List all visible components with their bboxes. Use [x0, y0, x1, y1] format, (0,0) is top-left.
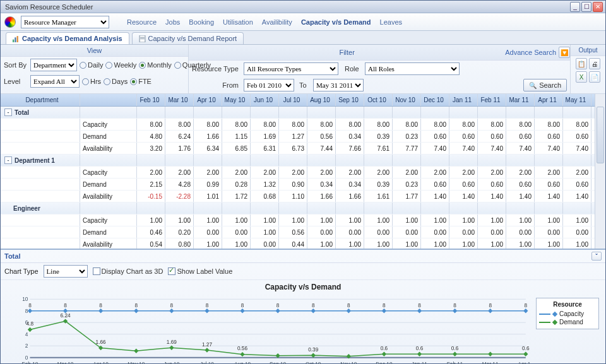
data-cell: 1.00: [336, 214, 364, 226]
data-cell: 1.00: [194, 214, 222, 226]
close-button[interactable]: ✕: [593, 2, 603, 12]
data-cell: 1.00: [563, 238, 591, 249]
data-cell: 1.77: [393, 191, 421, 202]
grid-body[interactable]: -TotalCapacity8.008.008.008.008.008.008.…: [1, 107, 605, 249]
export-clipboard-icon[interactable]: 📋: [576, 58, 587, 69]
scroll-thumb[interactable]: [597, 107, 604, 163]
data-cell: 1.00: [307, 214, 336, 226]
maximize-button[interactable]: ☐: [581, 2, 591, 12]
show-label-check[interactable]: Show Label Value: [168, 267, 232, 275]
data-cell: 7.40: [563, 143, 591, 154]
basis-hrs[interactable]: Hrs: [82, 78, 101, 85]
menu-booking[interactable]: Booking: [189, 18, 214, 26]
menubar: Resource Manager ResourceJobsBookingUtil…: [1, 13, 605, 31]
svg-text:0.56: 0.56: [237, 345, 247, 351]
advance-search-link[interactable]: Advance Search: [505, 49, 556, 56]
month-header[interactable]: Oct 10: [364, 94, 393, 106]
month-header[interactable]: May 11: [563, 94, 591, 106]
period-monthly[interactable]: Monthly: [139, 61, 172, 69]
data-cell: 1.00: [449, 214, 478, 226]
menu-resource[interactable]: Resource: [127, 18, 157, 26]
data-cell: 8.00: [137, 119, 165, 130]
data-cell: 8.00: [336, 119, 364, 130]
month-header[interactable]: Apr 10: [194, 94, 222, 106]
month-header[interactable]: Jun 10: [251, 94, 279, 106]
menu-capacity-v-s-demand[interactable]: Capacity v/s Demand: [301, 18, 371, 26]
metric-cell: Capacity: [80, 119, 137, 130]
data-cell: 8.00: [478, 119, 506, 130]
month-header[interactable]: Mar 11: [506, 94, 535, 106]
data-cell: 0.60: [478, 131, 506, 142]
data-cell: 2.00: [506, 167, 535, 178]
legend-capacity: Capacity: [539, 310, 596, 318]
collapse-icon[interactable]: -: [4, 109, 12, 116]
data-cell: 1.66: [336, 191, 364, 202]
month-header[interactable]: Jul 10: [279, 94, 307, 106]
tab-analysis[interactable]: Capacity v/s Demand Analysis: [6, 32, 129, 44]
export-doc-icon[interactable]: 📄: [589, 71, 600, 83]
data-cell: 8.00: [421, 119, 449, 130]
table-row: Demand4.806.241.661.151.691.270.560.340.…: [1, 131, 605, 143]
table-row: Capacity2.002.002.002.002.002.002.002.00…: [1, 167, 605, 179]
display-3d-check[interactable]: Display Chart as 3D: [93, 267, 163, 275]
data-cell: 1.00: [336, 238, 364, 249]
data-cell: 0.00: [307, 226, 336, 238]
print-icon[interactable]: 🖨: [589, 58, 600, 69]
to-date[interactable]: May 31 2011: [313, 79, 364, 91]
chart-type-select[interactable]: Line: [44, 265, 88, 278]
table-row: Availability-0.15-2.281.011.720.681.101.…: [1, 191, 605, 203]
menu-jobs[interactable]: Jobs: [165, 18, 180, 26]
period-daily[interactable]: Daily: [80, 61, 103, 69]
app-logo-icon: [4, 16, 16, 28]
chart-head-label: Total: [4, 252, 20, 260]
data-cell: 1.00: [506, 238, 535, 249]
svg-rect-32: [488, 308, 492, 313]
level-select[interactable]: Expand All: [30, 75, 80, 88]
month-header[interactable]: Feb 11: [478, 94, 506, 106]
basis-days[interactable]: Days: [104, 78, 128, 85]
basis-fte[interactable]: FTE: [130, 78, 152, 85]
month-header[interactable]: Apr 11: [535, 94, 563, 106]
data-cell: 1.69: [251, 131, 279, 142]
search-button[interactable]: Search: [523, 79, 567, 91]
collapse-chart-icon[interactable]: ˇ: [591, 252, 602, 261]
from-date[interactable]: Feb 01 2010: [244, 79, 294, 91]
svg-text:Sep 10: Sep 10: [270, 361, 287, 364]
month-header[interactable]: Aug 10: [307, 94, 336, 106]
advance-search-icon[interactable]: 🔽: [559, 47, 570, 58]
chart-icon: [13, 35, 20, 42]
data-cell: 1.00: [449, 238, 478, 249]
svg-text:2: 2: [25, 343, 28, 349]
month-header[interactable]: Dec 10: [421, 94, 449, 106]
menu-leaves[interactable]: Leaves: [380, 18, 402, 26]
data-cell: 8.00: [165, 119, 194, 130]
menu-utilisation[interactable]: Utilisation: [223, 18, 253, 26]
export-excel-icon[interactable]: X: [576, 71, 587, 83]
minimize-button[interactable]: _: [570, 2, 580, 12]
tab-report-label: Capacity v/s Demand Report: [148, 35, 237, 42]
period-weekly[interactable]: Weekly: [105, 61, 136, 69]
month-header[interactable]: Nov 10: [393, 94, 421, 106]
month-header[interactable]: Feb 10: [137, 94, 165, 106]
menu-availibility[interactable]: Availibility: [262, 18, 292, 26]
data-cell: 1.00: [506, 214, 535, 226]
month-header[interactable]: Jan 11: [449, 94, 478, 106]
month-header[interactable]: May 10: [222, 94, 251, 106]
month-header[interactable]: Sep 10: [336, 94, 364, 106]
data-cell: 1.00: [279, 214, 307, 226]
resource-type-select[interactable]: All Resource Types: [244, 62, 338, 75]
grid-header: Department Feb 10Mar 10Apr 10May 10Jun 1…: [1, 94, 605, 107]
tab-report[interactable]: Capacity v/s Demand Report: [132, 32, 244, 44]
data-cell: 1.27: [279, 131, 307, 142]
svg-rect-28: [347, 308, 351, 313]
collapse-icon[interactable]: -: [4, 156, 12, 164]
role-select[interactable]: All Roles: [365, 62, 460, 75]
data-cell: 1.00: [222, 238, 251, 249]
svg-text:8: 8: [383, 302, 386, 308]
data-cell: 0.00: [449, 226, 478, 238]
resource-manager-select[interactable]: Resource Manager: [21, 16, 109, 28]
vertical-scrollbar[interactable]: [595, 94, 605, 249]
filter-panel: Filter Advance Search 🔽 Resource Type Al…: [189, 45, 570, 93]
month-header[interactable]: Mar 10: [165, 94, 194, 106]
sortby-select[interactable]: Department: [30, 59, 77, 71]
